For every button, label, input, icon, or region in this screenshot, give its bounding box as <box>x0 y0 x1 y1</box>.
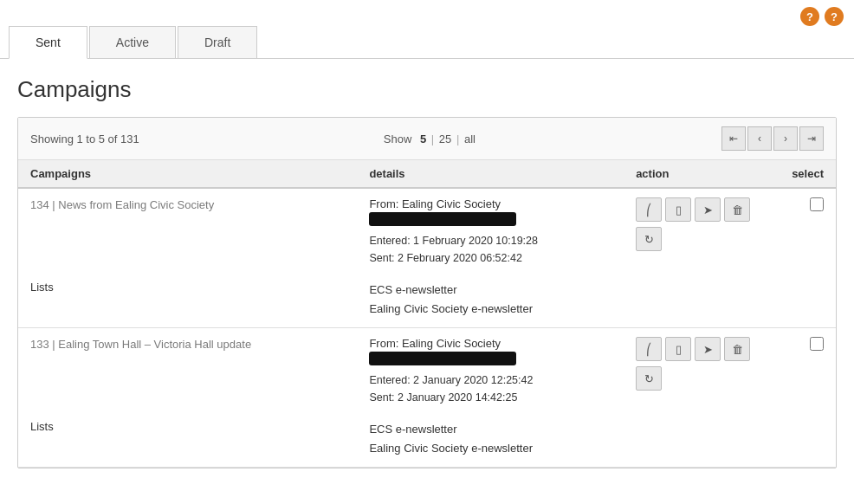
action-buttons-row: ⎛ ▯ ➤ 🗑 <box>636 197 767 222</box>
campaign-action-cell: ⎛ ▯ ➤ 🗑 ↻ <box>624 328 780 416</box>
campaign-from: From: Ealing Civic Society <box>369 197 611 210</box>
campaign-details-cell: From: Ealing Civic Society Entered: 2 Ja… <box>357 328 624 416</box>
lists-label-cell: Lists <box>18 275 357 328</box>
campaign-name-cell: 134 | News from Ealing Civic Society <box>18 188 357 275</box>
campaign-select-cell <box>780 188 836 275</box>
campaign-name-cell: 133 | Ealing Town Hall – Victoria Hall u… <box>18 328 357 416</box>
table-header-row: Campaigns details action select <box>18 160 836 188</box>
edit-button[interactable]: ⎛ <box>636 197 662 222</box>
campaign-sent: Sent: 2 February 2020 06:52:42 <box>369 249 611 267</box>
campaign-name-link[interactable]: 133 | Ealing Town Hall – Victoria Hall u… <box>30 338 251 351</box>
next-page-button[interactable]: › <box>773 126 798 151</box>
action-buttons-row: ⎛ ▯ ➤ 🗑 <box>636 337 767 361</box>
send-button[interactable]: ➤ <box>695 197 721 222</box>
table-row: Lists ECS e-newsletter Ealing Civic Soci… <box>18 275 836 328</box>
first-page-button[interactable]: ⇤ <box>721 126 746 151</box>
col-header-select: select <box>780 160 836 188</box>
refresh-button[interactable]: ↻ <box>636 366 662 391</box>
tab-sent[interactable]: Sent <box>9 26 87 59</box>
show-5-link[interactable]: 5 <box>420 132 426 145</box>
table-row: Lists ECS e-newsletter Ealing Civic Soci… <box>18 415 836 468</box>
delete-button[interactable]: 🗑 <box>724 197 750 222</box>
campaign-name-link[interactable]: 134 | News from Ealing Civic Society <box>30 198 214 211</box>
send-button[interactable]: ➤ <box>695 337 721 361</box>
delete-button[interactable]: 🗑 <box>724 337 750 361</box>
last-page-button[interactable]: ⇥ <box>799 126 824 151</box>
help-icon-2[interactable]: ? <box>825 7 844 26</box>
table-row: 133 | Ealing Town Hall – Victoria Hall u… <box>18 328 836 416</box>
help-icon-1[interactable]: ? <box>800 7 819 26</box>
campaign-from: From: Ealing Civic Society <box>369 337 611 350</box>
copy-button[interactable]: ▯ <box>665 337 691 361</box>
show-label: Show <box>384 132 412 145</box>
pagination-controls: ⇤ ‹ › ⇥ <box>721 126 824 151</box>
tab-active[interactable]: Active <box>89 26 176 58</box>
edit-button[interactable]: ⎛ <box>636 337 662 361</box>
tab-draft[interactable]: Draft <box>178 26 257 58</box>
page-content: Campaigns Showing 1 to 5 of 131 Show 5 |… <box>0 59 854 486</box>
copy-button[interactable]: ▯ <box>665 197 691 222</box>
page-title: Campaigns <box>17 76 837 103</box>
campaign-sent: Sent: 2 January 2020 14:42:25 <box>369 389 611 406</box>
show-25-link[interactable]: 25 <box>439 132 451 145</box>
refresh-button[interactable]: ↻ <box>636 227 662 251</box>
lists-label-cell: Lists <box>18 415 357 468</box>
showing-text: Showing 1 to 5 of 131 <box>30 132 139 145</box>
campaign-entered: Entered: 2 January 2020 12:25:42 <box>369 372 611 389</box>
campaign-details-cell: From: Ealing Civic Society Entered: 1 Fe… <box>357 188 624 275</box>
col-header-action: action <box>624 160 780 188</box>
campaigns-table: Campaigns details action select 134 | Ne… <box>18 160 836 468</box>
campaign-subject-redacted <box>369 352 516 365</box>
prev-page-button[interactable]: ‹ <box>747 126 772 151</box>
col-header-campaigns: Campaigns <box>18 160 357 188</box>
top-bar: ? ? <box>0 0 854 26</box>
select-checkbox[interactable] <box>810 197 824 211</box>
main-panel: Showing 1 to 5 of 131 Show 5 | 25 | all … <box>17 117 837 468</box>
select-checkbox[interactable] <box>810 337 824 351</box>
col-header-details: details <box>357 160 624 188</box>
show-all-link[interactable]: all <box>464 132 476 145</box>
lists-values-cell: ECS e-newsletter Ealing Civic Society e-… <box>357 275 624 328</box>
show-options: Show 5 | 25 | all <box>384 132 477 145</box>
tabs-container: Sent Active Draft <box>0 26 854 59</box>
campaign-entered: Entered: 1 February 2020 10:19:28 <box>369 232 611 249</box>
campaign-subject-redacted <box>369 212 516 226</box>
table-row: 134 | News from Ealing Civic Society Fro… <box>18 188 836 275</box>
lists-values-cell: ECS e-newsletter Ealing Civic Society e-… <box>357 415 624 468</box>
campaign-select-cell <box>780 328 836 416</box>
campaign-action-cell: ⎛ ▯ ➤ 🗑 ↻ <box>624 188 780 275</box>
pagination-bar: Showing 1 to 5 of 131 Show 5 | 25 | all … <box>18 118 836 160</box>
